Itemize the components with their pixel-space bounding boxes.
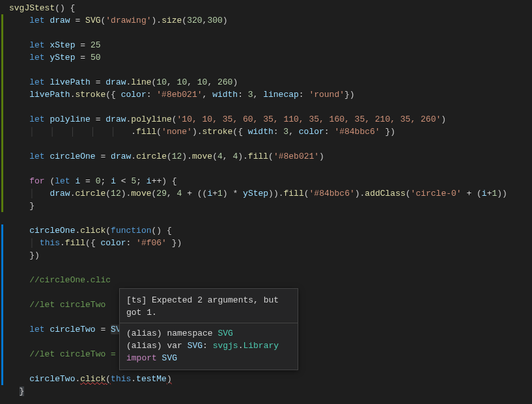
function-name: svgJStest: [9, 3, 55, 13]
hover-tooltip: [ts] Expected 2 arguments, but got 1. (a…: [119, 288, 298, 370]
closing-brace: }: [20, 386, 25, 396]
